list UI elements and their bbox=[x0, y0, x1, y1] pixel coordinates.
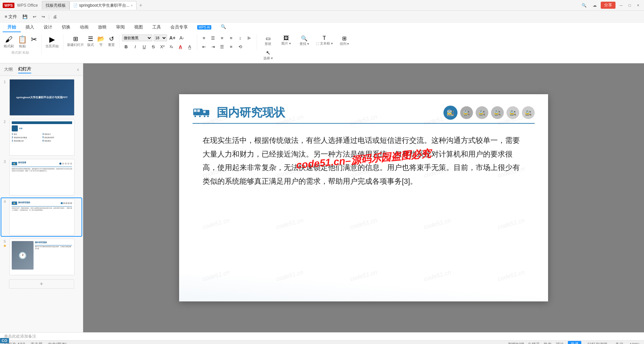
tab-qiehuan[interactable]: 切换 bbox=[57, 23, 75, 32]
text-shadow-btn[interactable]: A̲ bbox=[185, 43, 194, 50]
tab-shitu[interactable]: 视图 bbox=[129, 23, 148, 32]
quick-access-toolbar: ≡ 文件 💾 ↩ ↪ | 🖨 bbox=[0, 11, 644, 23]
circle-2: 🚉 bbox=[460, 106, 473, 119]
italic-btn[interactable]: I bbox=[131, 43, 139, 50]
select-btn[interactable]: ↖ 选择 ▾ bbox=[260, 49, 276, 62]
slide-thumb-2: 目录 1绪论 4系统设计 2系统相关技术概述 5系统测试细节 3系统需要分析 6… bbox=[9, 119, 74, 156]
tab-shenyue[interactable]: 审阅 bbox=[111, 23, 129, 32]
tab-donghua[interactable]: 动画 bbox=[75, 23, 93, 32]
smart-correct-btn[interactable]: 智能纠错 bbox=[508, 342, 524, 344]
notes-bar[interactable]: 单击此处添加备注 bbox=[0, 332, 644, 340]
slide-item-3[interactable]: 3 🚉 研究背景 bbox=[1, 158, 82, 196]
close-btn[interactable]: × bbox=[635, 2, 641, 8]
svg-point-3 bbox=[194, 115, 196, 117]
cut-btn[interactable]: ✂ bbox=[30, 34, 38, 45]
find-btn[interactable]: 🔍 查找 ▾ bbox=[296, 34, 313, 47]
number-list-btn[interactable]: ≡ bbox=[227, 43, 235, 50]
slide-item-4[interactable]: 4 🚉 国内研究现状 bbox=[1, 198, 82, 236]
redo-btn[interactable]: ↪ bbox=[40, 13, 47, 20]
font-row1: 微软雅黑 18 A+ A- bbox=[122, 34, 194, 42]
tab-fangying[interactable]: 放映 bbox=[93, 23, 111, 32]
reset-btn[interactable]: ↺ 重置 bbox=[107, 34, 116, 48]
circle-6: 🚉 bbox=[522, 106, 535, 119]
collab-btn[interactable]: 协作 bbox=[544, 342, 552, 344]
bullet-btn[interactable]: ☰ bbox=[218, 43, 226, 50]
share-btn[interactable]: 分享 bbox=[601, 2, 615, 9]
font-decrease-btn[interactable]: A- bbox=[178, 34, 186, 42]
slide-item-1[interactable]: 1 springboot大学生兼职平台设计与实现PPT bbox=[1, 78, 82, 116]
font-color-btn[interactable]: A bbox=[176, 43, 184, 50]
indent-increase-btn[interactable]: ⇥ bbox=[209, 43, 217, 50]
shape-btn[interactable]: ▭ 形状 bbox=[260, 34, 276, 47]
line-spacing-btn[interactable]: ↕ bbox=[236, 34, 244, 42]
align-justify-btn[interactable]: ≡ bbox=[227, 34, 235, 42]
slide-num-4: 4 bbox=[2, 199, 7, 204]
tab-charu[interactable]: 插入 bbox=[21, 23, 39, 32]
clipboard-btns: 🖌 格式刷 📋 粘贴 ✂ bbox=[3, 34, 38, 50]
align-left-btn[interactable]: ≡ bbox=[200, 34, 208, 42]
add-tab-button[interactable]: + bbox=[137, 1, 145, 10]
thumb5-text: 国外在大学生兼职管理系统方面起步较早，已有较为成熟的解决方案... bbox=[35, 246, 72, 250]
tab-gongju[interactable]: 工具 bbox=[148, 23, 166, 32]
wm-19: code51.cn bbox=[395, 241, 480, 301]
comment-btn[interactable]: 评论 bbox=[556, 342, 564, 344]
strikethrough-btn[interactable]: S bbox=[149, 43, 157, 50]
underline-btn[interactable]: U bbox=[140, 43, 148, 50]
columns-btn[interactable]: ⫸ bbox=[245, 34, 253, 42]
tab-document[interactable]: 📄 springboot大学生兼职平台... × bbox=[69, 1, 137, 10]
section-btn[interactable]: 📂 节 bbox=[96, 34, 106, 48]
slide-group: ▶ 当页开始 bbox=[44, 34, 63, 50]
align-center-btn[interactable]: ☰ bbox=[209, 34, 217, 42]
minimize-btn[interactable]: ─ bbox=[618, 2, 625, 8]
title-bar-left: WPS WPS Office bbox=[3, 3, 38, 8]
paste-btn[interactable]: 📋 粘贴 bbox=[17, 34, 28, 50]
tab-kaishi[interactable]: 开始 bbox=[3, 23, 21, 32]
bold-btn[interactable]: B bbox=[122, 43, 130, 50]
main-layout: 大纲 幻灯片 ‹ 1 springboot大学生兼职平台设计与实现PPT 2 bbox=[0, 63, 644, 332]
panel-tab-slides[interactable]: 幻灯片 bbox=[18, 65, 31, 73]
format-brush-btn[interactable]: 🖌 格式刷 bbox=[3, 34, 15, 50]
wm-16: code51.cn bbox=[179, 241, 258, 301]
slide-browse-btn[interactable]: 幻灯片浏览 bbox=[585, 341, 609, 344]
font-increase-btn[interactable]: A+ bbox=[168, 34, 176, 42]
font-family-select[interactable]: 微软雅黑 bbox=[122, 35, 152, 41]
slide-item-2[interactable]: 2 目录 1绪论 4系统设计 2系统相关技术概述 5系统测试细节 bbox=[1, 118, 82, 156]
tab-sheji[interactable]: 设计 bbox=[39, 23, 57, 32]
image-btn[interactable]: 🖼 图片 ▾ bbox=[278, 34, 294, 47]
notes-view-btn[interactable]: 备注 bbox=[613, 341, 626, 344]
current-slide-btn[interactable]: ▶ 当页开始 bbox=[44, 34, 60, 50]
undo-btn[interactable]: ↩ bbox=[31, 13, 38, 20]
slide-item-5[interactable]: 5 ★ 🕐 国外研究现状 国外在大学生兼职管理系统方面起步较早，已有较为成熟的解… bbox=[1, 238, 82, 276]
save-btn[interactable]: 💾 bbox=[20, 13, 30, 20]
superscript-btn[interactable]: X² bbox=[158, 43, 166, 50]
align-right-btn[interactable]: ≡ bbox=[218, 34, 226, 42]
panel-tab-outline[interactable]: 大纲 bbox=[4, 66, 13, 73]
cloud-btn[interactable]: ☁ bbox=[591, 2, 599, 8]
add-slide-btn[interactable]: + bbox=[9, 279, 74, 289]
tab-wpsai[interactable]: WPS AI bbox=[193, 23, 216, 32]
file-menu[interactable]: ≡ 文件 bbox=[3, 13, 19, 21]
arrange-btn[interactable]: ⊞ 排列 ▾ bbox=[336, 34, 353, 47]
tab-template[interactable]: 找板壳模板 bbox=[42, 1, 69, 10]
wm-17: code51.cn bbox=[248, 241, 332, 301]
tab-close-icon[interactable]: × bbox=[131, 4, 133, 7]
tab-huiyuan[interactable]: 会员专享 bbox=[166, 23, 193, 32]
slide-thumb-3: 🚉 研究背景 随着经济的发展和互联 bbox=[9, 159, 74, 195]
indent-decrease-btn[interactable]: ⇤ bbox=[200, 43, 208, 50]
layout-btn[interactable]: ☰ 版式 bbox=[86, 34, 95, 48]
text-direction-btn[interactable]: ⟲ bbox=[236, 43, 244, 50]
search-icon-btn[interactable]: 🔍 bbox=[580, 2, 589, 8]
subscript-btn[interactable]: X₂ bbox=[167, 43, 175, 50]
font-size-select[interactable]: 18 bbox=[154, 35, 167, 41]
normal-view-btn[interactable]: 普通 bbox=[568, 341, 581, 344]
maximize-btn[interactable]: □ bbox=[627, 2, 633, 8]
textbox-btn[interactable]: T ⬚ 文本框 ▾ bbox=[314, 34, 335, 47]
tab-search[interactable]: 🔍 bbox=[216, 23, 231, 32]
slide-body[interactable]: code51.cn–源码乐园盗图必究 在现实生活中，根据传统做法，有些人选择通过… bbox=[179, 124, 548, 195]
new-slide-btn[interactable]: ⊞ 新建幻灯片 bbox=[66, 34, 85, 48]
panel-collapse-btn[interactable]: ‹ bbox=[77, 67, 79, 72]
wm-20: code51.cn bbox=[469, 241, 548, 301]
slide-num-3: 3 bbox=[2, 160, 7, 164]
quick-print-btn[interactable]: 🖨 bbox=[51, 13, 59, 20]
thumb3-title: 研究背景 bbox=[18, 161, 26, 164]
